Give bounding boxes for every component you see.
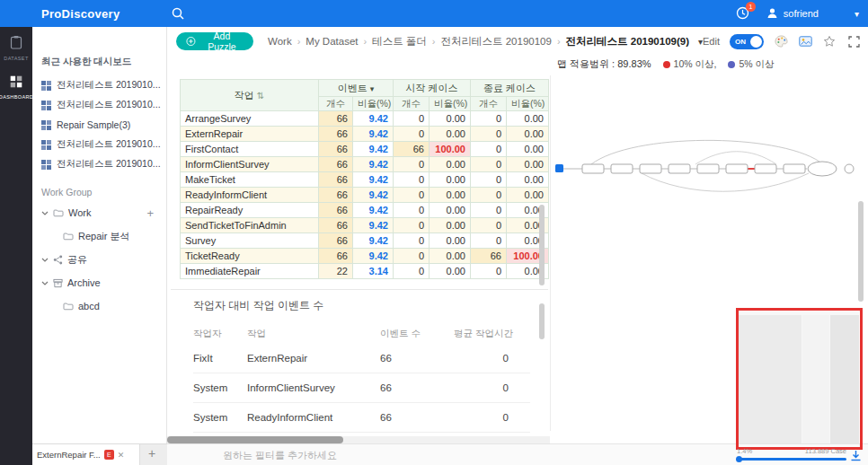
toolbar-controls: Edit ON (703, 34, 868, 49)
breadcrumb-current[interactable]: 전처리테스트 20190109(9) (566, 35, 689, 48)
workgroup-header: Work Group (41, 187, 166, 197)
user-menu[interactable]: sofriend (766, 7, 819, 21)
event-caret-icon: ▾ (370, 84, 375, 93)
dashboard-item-icon (41, 120, 51, 130)
subheader-count: 개수 (394, 97, 430, 111)
tree-item-archive[interactable]: Archive (32, 271, 166, 294)
activity-cell: 66 (319, 188, 353, 203)
activity-cell: 0 (394, 127, 430, 142)
worker-cell: 66 (380, 344, 454, 373)
breadcrumb-item[interactable]: My Dataset (306, 36, 358, 47)
col-event-header[interactable]: 이벤트 ▾ (319, 80, 394, 97)
activity-row[interactable]: ArrangeSurvey669.4200.0000.00 (181, 111, 549, 127)
activity-cell: 0.00 (507, 157, 549, 172)
map-coverage: 맵 적용범위 : 89.83% (557, 57, 651, 71)
minimap-block (739, 315, 802, 444)
activity-row[interactable]: Survey669.4200.0000.00 (181, 233, 549, 249)
slider-knob[interactable] (736, 456, 742, 462)
star-icon[interactable] (822, 34, 837, 48)
minimap-block (830, 315, 859, 444)
activity-table-body: ArrangeSurvey669.4200.0000.00ExternRepai… (181, 111, 549, 279)
recent-dashboard-item[interactable]: 전처리테스트 2019010... (32, 75, 166, 95)
worker-cell: 66 (380, 403, 454, 433)
activity-cell: 0.00 (507, 127, 549, 142)
process-map[interactable] (552, 126, 861, 211)
activity-row[interactable]: InformClientSurvey669.4200.0000.00 (181, 157, 549, 172)
activity-cell: 9.42 (353, 127, 394, 142)
activity-row[interactable]: RepairReady669.4200.0000.00 (181, 203, 549, 218)
recent-dashboard-item[interactable]: 전처리테스트 2019010... (32, 95, 166, 115)
app-logo: ProDiscovery (41, 7, 120, 21)
activity-row[interactable]: ExternRepair669.4200.0000.00 (181, 127, 549, 142)
topbar-caret-icon[interactable]: ▾ (855, 9, 859, 19)
card-view-icon[interactable] (798, 34, 812, 48)
recent-dashboard-item[interactable]: 전처리테스트 2019010... (32, 135, 166, 154)
search-icon[interactable] (171, 6, 185, 21)
tree-item-abcd[interactable]: abcd (32, 294, 166, 318)
recent-dashboard-item[interactable]: 전처리테스트 2019010... (32, 154, 166, 174)
activity-row[interactable]: ReadyInformClient669.4200.0000.00 (181, 188, 549, 203)
main-toolbar: Add Puzzle Work › My Dataset › 테스트 폴더 › … (167, 27, 868, 56)
activity-row[interactable]: MakeTicket669.4200.0000.00 (181, 172, 549, 188)
add-workgroup-button[interactable]: + (146, 206, 166, 220)
history-clock-icon[interactable]: 1 (736, 6, 750, 21)
worker-cell: 0 (454, 373, 530, 403)
rail-item-dataset[interactable]: DATASET (0, 27, 32, 67)
add-puzzle-button[interactable]: Add Puzzle (176, 32, 253, 50)
filter-tab[interactable]: ExternRepair F... E ✕ (32, 444, 140, 465)
activity-cell: 3.14 (353, 264, 394, 279)
tree-item-repair[interactable]: Repair 분석 (32, 224, 166, 248)
download-icon[interactable] (850, 449, 863, 461)
activity-name: Survey (181, 233, 319, 249)
activity-name: ArrangeSurvey (181, 111, 319, 127)
worker-cell: System (193, 403, 247, 433)
breadcrumb-separator-icon: › (363, 36, 367, 47)
activity-name: InformClientSurvey (181, 157, 319, 172)
legend-red-dot (663, 61, 670, 68)
sort-icon[interactable]: ⇅ (257, 91, 264, 101)
edit-toggle[interactable]: ON (730, 34, 764, 49)
tree-item-share[interactable]: 공유 (32, 248, 166, 271)
activity-cell: 66 (319, 172, 353, 188)
add-tab-button[interactable]: + (148, 446, 155, 461)
filter-input[interactable] (223, 444, 582, 465)
horizontal-scrollbar[interactable] (167, 436, 550, 443)
legend-purple-dot (728, 61, 735, 68)
map-frequency-slider: 1.4% 113.889 Case (737, 447, 846, 461)
map-scrollbar[interactable] (858, 201, 864, 302)
plus-circle-icon (186, 36, 196, 47)
worker-scrollbar[interactable] (539, 303, 545, 339)
activity-row[interactable]: TicketReady669.4200.0066100.00 (181, 249, 549, 264)
rail-item-dashboard[interactable]: DASHBOARD (0, 67, 32, 106)
map-minimap[interactable] (739, 311, 859, 446)
activity-cell: 66 (319, 142, 353, 157)
fullscreen-icon[interactable] (846, 34, 861, 48)
activity-cell: 66 (319, 127, 353, 142)
activity-cell: 66 (319, 249, 353, 264)
recent-dashboard-item[interactable]: Repair Sample(3) (32, 115, 166, 135)
dashboard-item-icon (41, 140, 51, 150)
activity-row[interactable]: FirstContact669.4266100.0000.00 (181, 142, 549, 157)
activity-cell: 9.42 (353, 233, 394, 249)
slider-track[interactable] (737, 458, 846, 461)
worker-table: 작업자 작업 이벤트 수 평균 작업시간 FixItExternRepair66… (193, 322, 539, 433)
table-scrollbar[interactable] (539, 205, 545, 285)
subheader-ratio: 비율(%) (507, 97, 549, 111)
horizontal-scrollbar-thumb[interactable] (167, 436, 343, 443)
activity-cell: 100.00 (430, 142, 471, 157)
breadcrumb-item[interactable]: 테스트 폴더 (372, 35, 427, 48)
palette-icon[interactable] (774, 34, 788, 48)
tree-item-work[interactable]: Work + (32, 201, 166, 224)
close-icon[interactable]: ✕ (118, 451, 125, 460)
breadcrumb-item[interactable]: 전처리테스트 20190109 (441, 35, 552, 48)
activity-row[interactable]: SendTicketToFinAdmin669.4200.0000.00 (181, 218, 549, 233)
activity-cell: 0 (394, 203, 430, 218)
panel-divider (171, 289, 548, 290)
activity-cell: 0 (471, 264, 507, 279)
breadcrumb-item[interactable]: Work (268, 36, 292, 47)
worker-col-header: 평균 작업시간 (454, 322, 530, 344)
worker-cell: 0 (454, 344, 530, 373)
activity-row[interactable]: ImmediateRepair223.1400.0000.00 (181, 264, 549, 279)
col-activity-header[interactable]: 작업⇅ (181, 80, 319, 111)
dashboard-item-icon (41, 160, 51, 170)
